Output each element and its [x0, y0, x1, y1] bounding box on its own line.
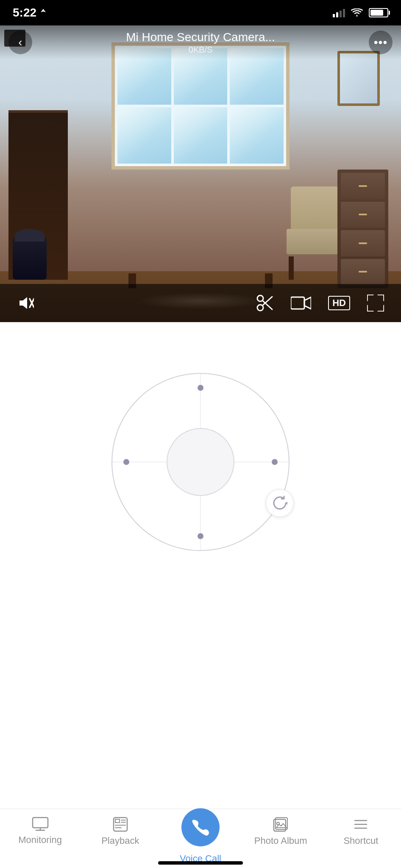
tab-monitoring[interactable]: Monitoring: [0, 817, 80, 846]
ptz-left-dot[interactable]: [123, 459, 129, 465]
mute-button[interactable]: [17, 295, 34, 311]
tab-photo-album-label: Photo Album: [254, 835, 307, 846]
hd-button[interactable]: HD: [328, 296, 350, 310]
tab-playback-label: Playback: [101, 835, 139, 846]
more-icon: •••: [374, 36, 387, 49]
reset-icon: [272, 495, 287, 511]
tab-monitoring-label: Monitoring: [18, 835, 62, 846]
ptz-inner-ring[interactable]: [167, 428, 234, 496]
ptz-control[interactable]: [111, 373, 290, 551]
photo-album-icon: [273, 817, 288, 832]
status-icons: [333, 8, 388, 17]
window: [111, 42, 290, 170]
sofa: [120, 203, 281, 288]
main-content: [0, 322, 401, 865]
time-display: 5:22: [13, 6, 36, 19]
camera-title-area: Mi Home Security Camera... 0KB/S: [32, 31, 369, 55]
tab-shortcut-label: Shortcut: [343, 835, 378, 846]
video-button[interactable]: [291, 295, 311, 311]
fullscreen-icon: [367, 295, 384, 312]
camera-header: ‹ Mi Home Security Camera... 0KB/S •••: [0, 25, 401, 59]
battery-icon: [369, 8, 388, 17]
tab-bar: Monitoring Playback Voice Call Photo A: [0, 809, 401, 868]
svg-point-19: [277, 822, 279, 825]
tab-shortcut[interactable]: Shortcut: [321, 817, 401, 846]
status-time: 5:22: [13, 6, 47, 19]
home-indicator: [158, 861, 243, 865]
scissors-icon: [256, 294, 274, 312]
camera-title: Mi Home Security Camera...: [32, 31, 369, 44]
svg-rect-12: [115, 819, 120, 823]
location-icon: [40, 9, 47, 17]
dresser: [337, 170, 388, 288]
tab-playback[interactable]: Playback: [80, 817, 160, 846]
wifi-icon: [351, 8, 363, 17]
camera-controls-bar: HD: [0, 284, 401, 322]
signal-icon: [333, 8, 345, 17]
mute-icon: [17, 295, 34, 311]
ptz-down-dot[interactable]: [198, 533, 203, 539]
fullscreen-button[interactable]: [367, 295, 384, 312]
phone-icon: [192, 818, 209, 836]
back-arrow-icon: ‹: [18, 36, 22, 49]
more-button[interactable]: •••: [369, 31, 393, 54]
camera-subtitle: 0KB/S: [32, 45, 369, 55]
svg-rect-6: [291, 297, 304, 309]
svg-rect-8: [33, 818, 48, 828]
ptz-up-dot[interactable]: [198, 385, 203, 391]
ptz-reset-button[interactable]: [266, 489, 294, 517]
voice-call-button[interactable]: [181, 808, 220, 846]
back-button[interactable]: ‹: [8, 31, 32, 54]
status-bar: 5:22: [0, 0, 401, 25]
tab-photo-album[interactable]: Photo Album: [241, 817, 321, 846]
camera-view: ‹ Mi Home Security Camera... 0KB/S •••: [0, 25, 401, 322]
room-scene: [0, 25, 401, 322]
massage-machine: [13, 237, 47, 280]
shortcut-icon: [353, 817, 368, 832]
ptz-right-dot[interactable]: [272, 459, 278, 465]
tab-voice-call[interactable]: Voice Call: [160, 808, 240, 864]
monitoring-icon: [32, 817, 49, 831]
clip-button[interactable]: [256, 294, 274, 312]
video-icon: [291, 295, 311, 311]
playback-icon: [113, 817, 128, 832]
hd-badge: HD: [328, 296, 350, 310]
